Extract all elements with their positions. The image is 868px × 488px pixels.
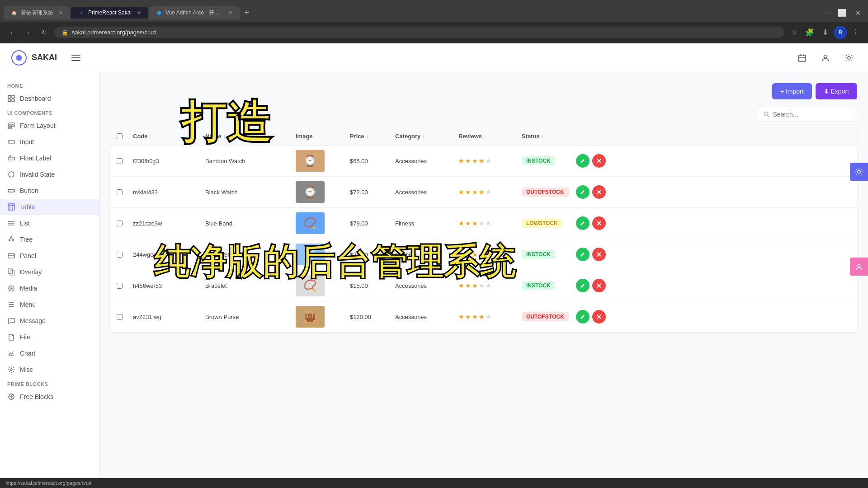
sidebar-item-dashboard[interactable]: Dashboard [0, 90, 99, 107]
edit-button-1[interactable] [576, 185, 590, 199]
forward-button[interactable]: › [22, 26, 34, 39]
row-category-cell: Accessories [391, 153, 454, 169]
row-checkbox-1[interactable] [117, 189, 123, 195]
row-category-cell: Accessories [391, 278, 454, 294]
new-tab-button[interactable]: + [241, 6, 253, 19]
product-image: 📿 [296, 212, 325, 234]
sidebar-item-input[interactable]: Input [0, 134, 99, 150]
sidebar-misc-label: Misc [20, 366, 33, 373]
row-name-cell: Blue Band [201, 216, 291, 231]
star-4: ★ [479, 220, 485, 227]
th-status-label: Status [522, 133, 540, 140]
sidebar-item-overlay[interactable]: Overlay [0, 264, 99, 280]
float-label-icon: ab [7, 154, 15, 162]
search-input[interactable] [773, 111, 851, 118]
sidebar-item-file[interactable]: File [0, 329, 99, 345]
import-button[interactable]: + Import [772, 83, 812, 99]
download-icon[interactable]: ⬇ [818, 26, 832, 39]
delete-icon [596, 252, 602, 257]
edit-button-4[interactable] [576, 279, 590, 292]
browser-settings-icon[interactable]: ⋮ [849, 26, 863, 39]
tab-3-close[interactable]: ✕ [228, 10, 232, 16]
media-icon [7, 284, 15, 292]
tab-1-close[interactable]: ✕ [59, 10, 63, 16]
th-status[interactable]: Status ↕ [517, 127, 571, 145]
sidebar-item-panel[interactable]: Panel [0, 248, 99, 264]
edit-button-0[interactable] [576, 154, 590, 168]
sidebar-item-menu[interactable]: Menu [0, 296, 99, 313]
th-category[interactable]: Category ↕ [391, 127, 454, 145]
row-category: Accessories [395, 158, 427, 164]
row-checkbox-0[interactable] [117, 158, 123, 164]
row-category: Accessories [395, 282, 427, 289]
sidebar-item-float-label[interactable]: ab Float Label [0, 150, 99, 166]
close-button[interactable]: ✕ [851, 6, 864, 19]
user-button[interactable] [817, 50, 834, 66]
settings-button[interactable] [841, 50, 857, 66]
export-button[interactable]: ⬇ Export [816, 83, 857, 99]
delete-button-0[interactable] [592, 154, 606, 168]
bookmark-icon[interactable]: ☆ [788, 26, 801, 39]
select-all-checkbox[interactable] [117, 133, 123, 139]
delete-button-2[interactable] [592, 216, 606, 230]
row-price: $120.00 [350, 314, 371, 320]
th-reviews[interactable]: Reviews ↕ [454, 127, 517, 145]
sidebar-item-list[interactable]: List [0, 215, 99, 231]
sidebar-item-free-blocks[interactable]: Free Blocks [0, 389, 99, 405]
hamburger-button[interactable] [68, 50, 84, 66]
star-1: ★ [458, 220, 464, 227]
delete-button-4[interactable] [592, 279, 606, 292]
minimize-button[interactable]: — [820, 6, 834, 19]
sidebar-item-invalid-state[interactable]: Invalid State [0, 166, 99, 183]
profile-float-button[interactable] [850, 258, 868, 276]
sidebar-item-media[interactable]: Media [0, 280, 99, 296]
row-checkbox-2[interactable] [117, 221, 123, 226]
star-5: ★ [486, 157, 491, 164]
row-code-cell: h456wer53 [128, 278, 201, 294]
row-reviews-cell: ★★★★★ [454, 309, 517, 325]
sidebar-section-home: HOME [0, 80, 99, 90]
row-code-cell: av2231fwg [128, 309, 201, 325]
sidebar-item-form-layout[interactable]: Form Layout [0, 117, 99, 134]
row-status-cell: LOWSTOCK [517, 214, 571, 232]
sidebar-item-misc[interactable]: Misc [0, 361, 99, 378]
delete-button-1[interactable] [592, 185, 606, 199]
settings-float-button[interactable] [850, 163, 868, 181]
row-checkbox-4[interactable] [117, 283, 123, 289]
table-row: f230fh0g3 Bamboo Watch ⌚ $65.00 Accessor… [110, 145, 857, 177]
row-image-cell: 📿 [291, 270, 345, 301]
calendar-button[interactable] [794, 50, 810, 66]
row-category: Accessories [395, 189, 427, 196]
maximize-button[interactable]: ⬜ [835, 6, 849, 19]
sidebar-item-message[interactable]: Message [0, 313, 99, 329]
sidebar-item-button[interactable]: Button [0, 183, 99, 199]
address-bar[interactable]: 🔒 sakai.primereact.org/pages/crud [54, 27, 784, 38]
row-checkbox-3[interactable] [117, 252, 123, 258]
delete-button-3[interactable] [592, 248, 606, 261]
tab-3[interactable]: 🔷 Vue Admin Arco - 开箱即用的... ✕ [149, 6, 240, 19]
tab-1[interactable]: 🏠 若依管理系统 ✕ [4, 6, 70, 19]
delete-button-5[interactable] [592, 310, 606, 324]
tab-2[interactable]: ⚛ PrimeReact Sakai ✕ [71, 7, 148, 19]
extension-icon[interactable]: 🧩 [803, 26, 816, 39]
invalid-state-icon [7, 170, 15, 178]
th-name[interactable]: Name ↕ [201, 127, 291, 145]
th-price[interactable]: Price ↕ [345, 127, 391, 145]
row-checkbox-5[interactable] [117, 314, 123, 320]
back-button[interactable]: ‹ [5, 26, 18, 39]
edit-button-5[interactable] [576, 310, 590, 324]
sidebar-item-tree[interactable]: Tree [0, 231, 99, 248]
tab-3-label: Vue Admin Arco - 开箱即用的... [165, 9, 223, 17]
sidebar-item-chart[interactable]: Chart [0, 345, 99, 361]
star-4: ★ [479, 251, 485, 258]
reload-button[interactable]: ↻ [38, 26, 51, 39]
star-2: ★ [465, 220, 471, 227]
profile-icon[interactable]: B [834, 26, 847, 39]
edit-button-2[interactable] [576, 216, 590, 230]
tab-2-close[interactable]: ✕ [137, 10, 141, 16]
search-input-wrap[interactable] [758, 107, 857, 122]
sidebar-chart-label: Chart [20, 350, 35, 357]
th-code[interactable]: Code ↕ [128, 127, 201, 145]
sidebar-item-table[interactable]: Table [0, 199, 99, 215]
edit-button-3[interactable] [576, 248, 590, 261]
